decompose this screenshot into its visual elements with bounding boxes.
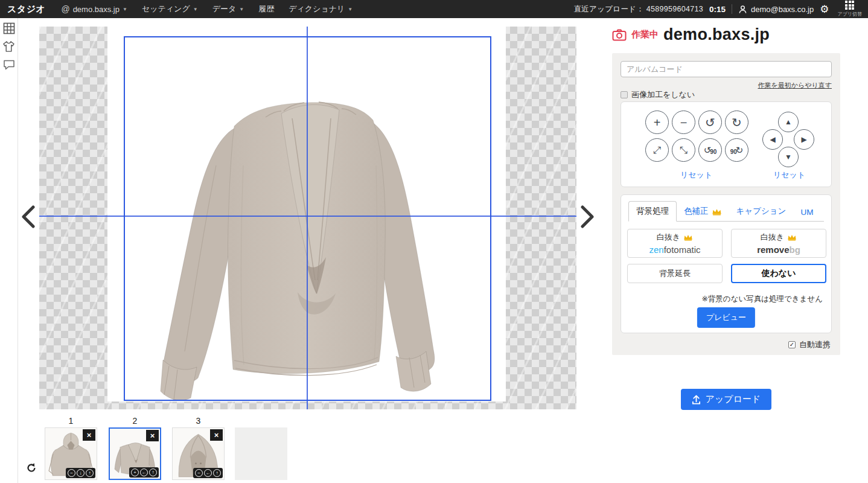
shrink-icon: ⤡ bbox=[680, 146, 688, 155]
recent-upload-caption: 直近アップロード： bbox=[573, 5, 644, 13]
prev-image-button[interactable] bbox=[21, 205, 36, 228]
next-image-button[interactable] bbox=[579, 205, 595, 228]
album-code-input[interactable] bbox=[621, 61, 832, 77]
upload-icon bbox=[692, 395, 701, 405]
comment-tool[interactable] bbox=[2, 58, 16, 71]
whiteout-zenfotomatic-button[interactable]: 白抜き zenfotomatic bbox=[627, 229, 723, 258]
thumbnail-controls: − ← ↑ bbox=[193, 468, 223, 478]
restart-work-link[interactable]: 作業を最初からやり直す bbox=[758, 81, 832, 90]
triangle-right-icon: ▶ bbox=[801, 135, 806, 144]
auto-link-label: 自動連携 bbox=[799, 339, 831, 350]
thumbnail-3[interactable]: × − ← ↑ bbox=[172, 427, 225, 480]
nav-data-menu[interactable]: データ ▼ bbox=[205, 0, 252, 18]
app-switch-label: アプリ切替 bbox=[837, 11, 862, 18]
move-up-button[interactable]: ▲ bbox=[778, 112, 799, 132]
work-status-label: 作業中 bbox=[631, 29, 659, 40]
nav-history[interactable]: 履歴 bbox=[251, 0, 281, 18]
checkbox-unchecked-icon bbox=[621, 91, 628, 98]
triangle-down-icon: ▼ bbox=[785, 153, 792, 161]
shrink-control[interactable]: − bbox=[68, 469, 75, 477]
reset-transform-link[interactable]: リセット bbox=[680, 170, 712, 181]
rotate-ccw-button[interactable]: ↺ bbox=[698, 110, 722, 134]
close-icon[interactable]: × bbox=[146, 430, 159, 441]
background-extend-button[interactable]: 背景延長 bbox=[627, 264, 723, 283]
garment-tool[interactable] bbox=[2, 40, 16, 53]
move-left-button[interactable]: ◀ bbox=[762, 129, 783, 150]
tab-label: 背景処理 bbox=[636, 206, 669, 217]
crop-rectangle[interactable] bbox=[124, 36, 491, 401]
shrink-button[interactable]: ⤡ bbox=[672, 138, 695, 162]
thumbnail-2-selected[interactable]: × + ← ↑ bbox=[109, 427, 161, 480]
rotate-90-ccw-button[interactable]: ↺90 bbox=[698, 138, 722, 162]
chevron-down-icon: ▼ bbox=[193, 7, 198, 12]
nav-settings-label: セッティング bbox=[142, 4, 190, 14]
shrink-control[interactable]: − bbox=[195, 469, 203, 477]
close-icon[interactable]: × bbox=[83, 429, 95, 441]
grid-icon bbox=[3, 22, 15, 34]
move-up-control[interactable]: ↑ bbox=[149, 469, 157, 476]
tshirt-icon bbox=[2, 40, 15, 53]
chevron-down-icon: ▼ bbox=[348, 7, 353, 12]
nav-domain-menu[interactable]: @ demo.baxs.jp ▼ bbox=[54, 0, 134, 18]
refresh-icon[interactable] bbox=[27, 463, 36, 473]
camera-icon bbox=[612, 29, 627, 41]
expand-button[interactable]: ⤢ bbox=[645, 138, 669, 162]
app-switch-button[interactable]: アプリ切替 bbox=[837, 1, 862, 18]
account-menu[interactable]: demo@baxs.co.jp bbox=[738, 5, 814, 14]
move-down-button[interactable]: ▼ bbox=[778, 147, 799, 167]
auto-link-checkbox[interactable]: ✓ 自動連携 bbox=[788, 339, 831, 350]
thumbnail-number: 3 bbox=[172, 416, 225, 426]
background-processing-card: 背景処理 色補正 キャプション UM 白抜き zenfotomatic 白抜き … bbox=[621, 194, 832, 333]
close-icon[interactable]: × bbox=[210, 429, 223, 441]
tab-caption[interactable]: キャプション bbox=[729, 202, 794, 221]
thumbnail-4-empty[interactable] bbox=[235, 427, 287, 480]
whiteout-label: 白抜き bbox=[657, 232, 680, 243]
upload-button[interactable]: アップロード bbox=[681, 389, 771, 410]
preview-button[interactable]: プレビュー bbox=[697, 307, 755, 328]
tab-label: UM bbox=[800, 208, 813, 217]
page-title: demo.baxs.jp bbox=[663, 25, 770, 44]
expand-control[interactable]: + bbox=[131, 469, 139, 476]
reset-position-link[interactable]: リセット bbox=[773, 170, 805, 181]
plus-icon: + bbox=[654, 117, 661, 129]
use-none-button[interactable]: 使わない bbox=[731, 264, 826, 283]
move-down-control[interactable]: ↓ bbox=[77, 469, 85, 477]
removebg-brand: removebg bbox=[757, 245, 800, 255]
thumbnail-1[interactable]: × − ↓ ↑ bbox=[45, 427, 97, 480]
whiteout-removebg-button[interactable]: 白抜き removebg bbox=[731, 229, 826, 258]
nav-dictionary-menu[interactable]: ディクショナリ ▼ bbox=[281, 0, 360, 18]
move-left-control[interactable]: ← bbox=[204, 469, 212, 477]
minus-icon: − bbox=[680, 117, 688, 129]
settings-panel: 作業を最初からやり直す 画像加工をしない + − ↺ ↻ ⤢ ⤡ ↺90 90↻… bbox=[612, 53, 840, 355]
tab-label: キャプション bbox=[736, 206, 787, 217]
chevron-down-icon: ▼ bbox=[123, 7, 127, 12]
rotate-cw-icon: ↻ bbox=[736, 146, 744, 155]
move-right-button[interactable]: ▶ bbox=[794, 129, 814, 150]
tab-um[interactable]: UM bbox=[793, 203, 820, 221]
nav-settings-menu[interactable]: セッティング ▼ bbox=[135, 0, 205, 18]
zoom-out-button[interactable]: − bbox=[672, 110, 695, 134]
nav-data-label: データ bbox=[212, 4, 237, 14]
tab-color-correction[interactable]: 色補正 bbox=[677, 202, 729, 221]
zoom-in-button[interactable]: + bbox=[645, 110, 669, 134]
move-left-control[interactable]: ← bbox=[140, 469, 148, 476]
tab-background-processing[interactable]: 背景処理 bbox=[628, 201, 677, 222]
background-extend-label: 背景延長 bbox=[659, 268, 691, 279]
app-brand: スタジオ bbox=[7, 4, 45, 15]
gear-icon[interactable]: ⚙ bbox=[820, 4, 829, 14]
no-image-edit-checkbox[interactable]: 画像加工をしない bbox=[621, 89, 695, 100]
zenfotomatic-brand: zenfotomatic bbox=[649, 245, 700, 255]
checkbox-checked-icon: ✓ bbox=[788, 341, 796, 348]
nav-domain-label: demo.baxs.jp bbox=[73, 5, 120, 14]
apps-grid-icon bbox=[845, 1, 854, 10]
ninety-label: 90 bbox=[710, 149, 716, 155]
grid-view-tool[interactable] bbox=[2, 22, 16, 35]
upload-label: アップロード bbox=[706, 394, 761, 405]
move-up-control[interactable]: ↑ bbox=[86, 469, 94, 477]
expand-icon: ⤢ bbox=[653, 146, 661, 155]
rotate-90-cw-button[interactable]: 90↻ bbox=[725, 138, 748, 162]
rotate-cw-button[interactable]: ↻ bbox=[725, 110, 748, 134]
nav-dictionary-label: ディクショナリ bbox=[289, 4, 345, 14]
tab-bar: 背景処理 色補正 キャプション UM bbox=[628, 201, 824, 222]
move-up-control[interactable]: ↑ bbox=[213, 469, 221, 477]
